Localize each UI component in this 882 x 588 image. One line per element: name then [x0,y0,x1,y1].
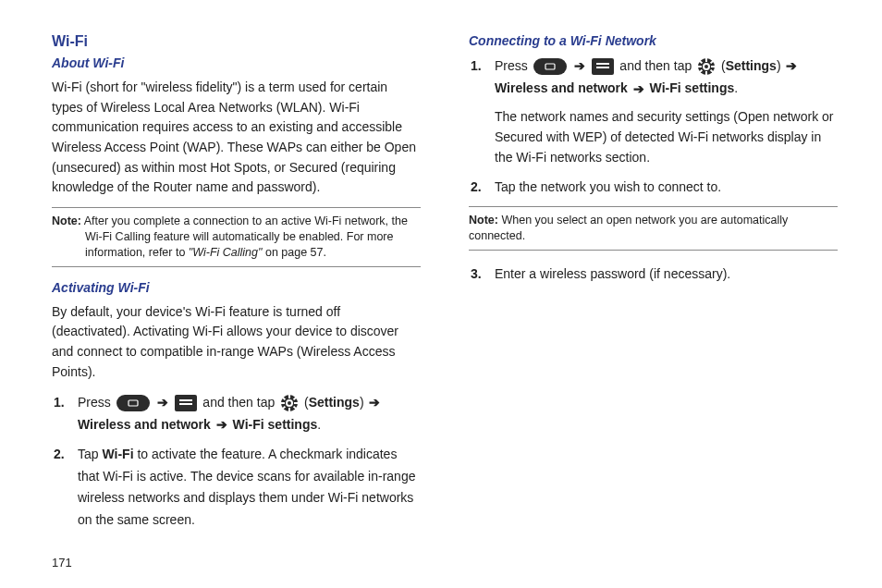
svg-rect-18 [596,63,609,65]
svg-rect-22 [705,58,707,62]
arrow-icon: ➔ [633,79,644,101]
wifi-settings-label: Wi-Fi settings [650,80,735,95]
svg-rect-25 [711,66,715,67]
step-number: 3. [471,263,482,286]
subheading-about-wifi: About Wi-Fi [52,55,421,70]
svg-rect-7 [288,395,290,398]
step-2: 2. Tap the network you wish to connect t… [495,177,838,199]
left-column: Wi-Fi About Wi-Fi Wi-Fi (short for "wire… [52,33,421,539]
svg-rect-19 [596,67,609,68]
note-body-text: When you select an open network you are … [469,214,788,242]
svg-rect-10 [294,402,298,404]
svg-point-21 [704,64,709,69]
wireless-network-label: Wireless and network [78,417,211,432]
settings-label: Settings [726,58,777,73]
arrow-icon: ➔ [369,392,380,414]
step-1: 1. Press ➔ and then tap (Settings) ➔ Wir… [495,55,838,167]
wifi-label: Wi-Fi [102,447,133,461]
about-wifi-body: Wi-Fi (short for "wireless fidelity") is… [52,78,421,198]
section-title-wifi: Wi-Fi [52,33,421,50]
settings-gear-icon [697,57,716,76]
step-1: 1. Press ➔ and then tap (Settings) ➔ Wir… [78,392,421,436]
connecting-steps: 1. Press ➔ and then tap (Settings) ➔ Wir… [469,55,838,199]
step-number: 2. [54,444,65,466]
svg-rect-4 [179,403,192,405]
note-tail: on page 57. [262,246,326,259]
home-key-icon [116,395,150,411]
step-1-after: The network names and security settings … [495,107,838,167]
wireless-network-label: Wireless and network [495,80,628,95]
svg-rect-9 [281,402,285,404]
svg-rect-24 [698,66,702,67]
step-3: 3. Enter a wireless password (if necessa… [495,263,838,286]
step-2-body: Tap the network you wish to connect to. [495,177,838,199]
step-number: 2. [471,177,482,199]
activating-steps: 1. Press ➔ and then tap (Settings) ➔ Wir… [52,392,421,533]
step-number: 1. [54,392,65,414]
arrow-icon: ➔ [574,55,585,78]
subheading-activating-wifi: Activating Wi-Fi [52,280,421,295]
svg-rect-8 [288,408,290,411]
svg-rect-3 [179,399,192,401]
step-2: 2. Tap Wi-Fi to activate the feature. A … [78,444,421,532]
svg-rect-0 [116,395,150,411]
step-3-body: Enter a wireless password (if necessary)… [495,263,838,286]
arrow-icon: ➔ [157,392,168,414]
step-number: 1. [471,55,482,78]
menu-key-icon [592,58,614,75]
arrow-icon: ➔ [786,55,797,78]
activating-body: By default, your device's Wi-Fi feature … [52,302,421,383]
note-wifi-calling: Note: After you complete a connection to… [52,207,421,267]
svg-point-6 [287,400,292,406]
note-reference: "Wi-Fi Calling" [189,246,263,259]
arrow-icon: ➔ [216,414,227,436]
wifi-settings-label: Wi-Fi settings [233,417,318,432]
settings-label: Settings [309,395,360,410]
page-number: 171 [52,556,72,570]
svg-rect-23 [705,71,707,75]
menu-key-icon [175,395,197,411]
note-label: Note: [52,214,81,227]
connecting-steps-continued: 3. Enter a wireless password (if necessa… [469,263,838,286]
subheading-connecting: Connecting to a Wi-Fi Network [469,33,838,48]
settings-gear-icon [280,394,299,412]
home-key-icon [533,58,567,75]
note-label: Note: [469,214,498,227]
right-column: Connecting to a Wi-Fi Network 1. Press ➔… [469,33,838,539]
svg-rect-15 [533,58,567,75]
note-open-network: Note: When you select an open network yo… [469,206,838,251]
